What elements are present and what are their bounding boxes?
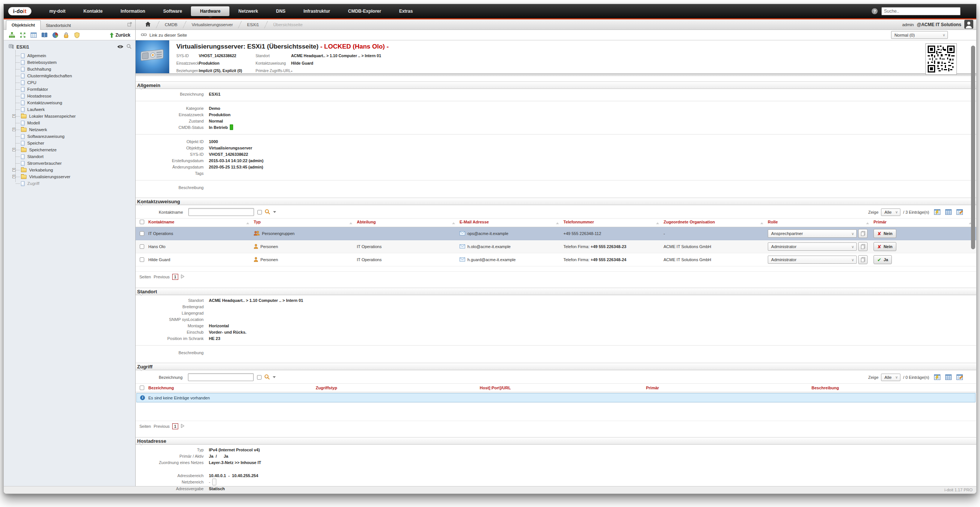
sort-icon[interactable]: [866, 221, 869, 224]
col-rolle[interactable]: Rolle: [768, 220, 873, 224]
menu-item-kontakte[interactable]: Kontakte: [74, 6, 111, 16]
netzbereich-box[interactable]: [212, 478, 216, 485]
sidebar-item-formfaktor[interactable]: Formfaktor: [4, 86, 135, 93]
breadcrumb-virtualisierungsserver[interactable]: Virtualisierungsserver: [192, 22, 233, 27]
row-checkbox[interactable]: [140, 257, 144, 262]
next-page-icon[interactable]: [181, 274, 185, 280]
collapse-chevron-icon[interactable]: [139, 203, 143, 208]
filter-checkbox[interactable]: [258, 210, 262, 215]
sidebar-item-clustermitgliedschaften[interactable]: Clustermitgliedschaften: [4, 73, 135, 79]
tab-standortsicht[interactable]: Standortsicht: [41, 21, 76, 30]
book-icon[interactable]: [41, 32, 48, 38]
row-checkbox[interactable]: [140, 231, 144, 236]
edit-table-icon[interactable]: [956, 209, 963, 215]
primary-toggle-button[interactable]: ✘Nein: [873, 229, 896, 238]
expand-plus-icon[interactable]: +: [12, 148, 16, 151]
scrollbar-thumb[interactable]: [971, 46, 975, 249]
expand-arrows-icon[interactable]: [19, 32, 26, 38]
col-kontaktname[interactable]: Kontaktname: [148, 220, 254, 224]
sidebar-item-zugriff[interactable]: Zugriff: [4, 180, 135, 187]
sidebar-item-cpu[interactable]: CPU: [4, 79, 135, 86]
breadcrumb-cmdb[interactable]: CMDB: [165, 22, 177, 27]
list-view-icon[interactable]: [945, 209, 951, 215]
sidebar-item-buchhaltung[interactable]: Buchhaltung: [4, 66, 135, 73]
page-number[interactable]: 1: [172, 423, 178, 429]
col-primaer[interactable]: Primär: [873, 220, 976, 224]
contact-email[interactable]: h.olo@acme-it.example: [468, 244, 511, 249]
zugriff-filter-input[interactable]: [188, 373, 254, 381]
previous-label[interactable]: Previous: [154, 424, 170, 429]
filter-dropdown-icon[interactable]: [273, 376, 276, 380]
section-header-standort[interactable]: Standort: [135, 288, 976, 295]
table-row[interactable]: Hans Olo Personen IT Operations h.olo@ac…: [135, 240, 976, 253]
search-icon[interactable]: [264, 209, 270, 215]
filter-dropdown-icon[interactable]: [273, 211, 276, 215]
filter-checkbox[interactable]: [257, 375, 261, 380]
sidebar-item-standort[interactable]: Standort: [4, 153, 135, 160]
col-zugriffstyp[interactable]: Zugriffstyp: [316, 386, 480, 390]
sidebar-item-modell[interactable]: Modell: [4, 119, 135, 126]
table-row[interactable]: Hilde Guard Personen IT Operations h.gua…: [135, 253, 976, 266]
section-header-allgemein[interactable]: Allgemein: [135, 81, 976, 89]
list-view-icon[interactable]: [945, 374, 951, 380]
col-telefonnummer[interactable]: Telefonnummer: [563, 220, 663, 224]
lock-icon[interactable]: [63, 32, 69, 38]
primary-toggle-button[interactable]: ✔Ja: [873, 255, 892, 264]
sidebar-item-allgemein[interactable]: Allgemein: [4, 52, 135, 59]
copy-icon-button[interactable]: [858, 255, 867, 264]
sort-icon[interactable]: [760, 221, 763, 224]
pie-chart-icon[interactable]: [52, 32, 58, 38]
contact-name[interactable]: Hans Olo: [148, 244, 254, 249]
sidebar-item-betriebssystem[interactable]: Betriebssystem: [4, 59, 135, 66]
edit-table-icon[interactable]: [956, 374, 963, 380]
col-email[interactable]: E-Mail Adresse: [460, 220, 563, 224]
contact-name[interactable]: Hilde Guard: [148, 257, 254, 262]
col-organisation[interactable]: Zugeordnete Organisation: [663, 220, 768, 224]
contact-name[interactable]: IT Operations: [148, 231, 254, 236]
section-header-hostadresse[interactable]: Hostadresse: [135, 437, 976, 445]
previous-label[interactable]: Previous: [154, 275, 170, 279]
sidebar-item-stromverbraucher[interactable]: Stromverbraucher: [4, 160, 135, 167]
table-icon[interactable]: [30, 32, 37, 38]
collapse-chevron-icon[interactable]: [139, 87, 143, 92]
menu-item-dns[interactable]: DNS: [267, 6, 294, 16]
sort-icon[interactable]: [556, 221, 559, 224]
sidebar-item-verkabelung[interactable]: +Verkabelung: [4, 167, 135, 173]
col-host-port-url[interactable]: Host[:Port]/URL: [480, 386, 646, 390]
table-row[interactable]: IT Operations Personengruppen ops@acme-i…: [135, 227, 976, 240]
page-size-select[interactable]: Alle∨: [881, 208, 900, 216]
copy-icon-button[interactable]: [858, 229, 867, 238]
search-icon[interactable]: [264, 374, 270, 380]
avatar[interactable]: [964, 20, 973, 30]
menu-item-cmdb-explorer[interactable]: CMDB-Explorer: [339, 6, 390, 16]
role-select[interactable]: Administrator∨: [768, 243, 857, 251]
next-page-icon[interactable]: [181, 424, 185, 429]
col-abteilung[interactable]: Abteilung: [357, 220, 460, 224]
collapse-chevron-icon[interactable]: [139, 443, 143, 448]
sort-icon[interactable]: [452, 221, 455, 224]
collapse-chevron-icon[interactable]: [139, 293, 143, 298]
quick-export-icon[interactable]: [934, 209, 940, 215]
expand-plus-icon[interactable]: +: [12, 168, 16, 172]
sidebar-item-hostadresse[interactable]: Hostadresse: [4, 93, 135, 99]
sitemap-icon[interactable]: [9, 32, 15, 38]
role-select[interactable]: Administrator∨: [768, 256, 857, 264]
collapse-chevron-icon[interactable]: [139, 369, 143, 373]
link-to-page[interactable]: Link zu dieser Seite: [150, 33, 187, 37]
sidebar-item-netzwerk[interactable]: +Netzwerk: [4, 126, 135, 133]
breadcrumb-esxi1[interactable]: ESXi1: [247, 22, 259, 27]
help-icon[interactable]: ?: [872, 8, 878, 14]
contact-email[interactable]: h.guard@acme-it.example: [468, 257, 515, 262]
row-checkbox[interactable]: [140, 244, 144, 249]
expand-plus-icon[interactable]: +: [12, 114, 16, 118]
menu-item-hardware[interactable]: Hardware: [191, 6, 229, 16]
magnifier-icon[interactable]: [126, 44, 132, 50]
tab-objektsicht[interactable]: Objektsicht: [6, 20, 41, 30]
select-all-checkbox[interactable]: [140, 386, 144, 390]
sidebar-item-virtualisierungsserver[interactable]: +Virtualisierungsserver: [4, 173, 135, 180]
shield-icon[interactable]: [73, 32, 80, 38]
eye-icon[interactable]: [117, 45, 124, 50]
sidebar-item-lokaler-massenspeicher[interactable]: +Lokaler Massenspeicher: [4, 113, 135, 119]
col-beschreibung[interactable]: Beschreibung: [811, 386, 976, 390]
select-all-checkbox[interactable]: [140, 220, 144, 224]
